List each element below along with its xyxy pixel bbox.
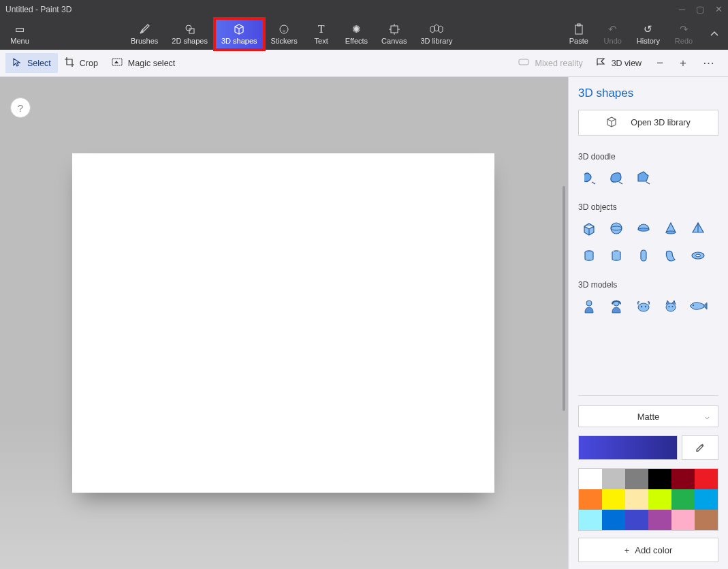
window-controls: ─ ▢ ✕ <box>679 4 723 14</box>
menu-button[interactable]: ▭ Menu <box>3 18 37 50</box>
cube-icon <box>234 23 244 35</box>
help-icon: ? <box>18 102 23 114</box>
undo-icon: ↶ <box>608 23 617 35</box>
title-bar: Untitled - Paint 3D ─ ▢ ✕ <box>0 0 728 18</box>
sticker-icon <box>279 23 289 35</box>
section-3d-doodle: 3D doodle <box>578 152 718 162</box>
palette-color[interactable] <box>648 469 671 489</box>
tab-text[interactable]: T Text <box>304 18 338 50</box>
canvas-viewport[interactable]: ? <box>0 77 568 569</box>
palette-color[interactable] <box>648 489 671 510</box>
doodle-shapes-row <box>578 167 718 189</box>
add-color-button[interactable]: + Add color <box>578 538 718 562</box>
window-title: Untitled - Paint 3D <box>5 5 72 14</box>
maximize-button[interactable]: ▢ <box>696 4 704 14</box>
mixed-reality-button[interactable]: Mixed reality <box>511 54 589 72</box>
palette-color[interactable] <box>671 489 695 510</box>
palette-color[interactable] <box>695 510 718 530</box>
shape-donut[interactable] <box>687 245 709 266</box>
shape-cat[interactable] <box>660 295 682 317</box>
collapse-ribbon-button[interactable] <box>701 18 728 50</box>
svg-rect-4 <box>575 25 582 34</box>
svg-point-22 <box>645 306 646 307</box>
shape-woman[interactable] <box>605 295 627 317</box>
shape-cube[interactable] <box>578 217 600 239</box>
shape-sphere[interactable] <box>605 217 627 239</box>
shape-cone[interactable] <box>660 217 682 239</box>
shape-hemisphere[interactable] <box>633 217 654 239</box>
shape-fish[interactable] <box>687 295 709 317</box>
shape-tube[interactable] <box>605 245 627 266</box>
library-icon <box>606 117 617 129</box>
magic-select-tool[interactable]: Magic select <box>105 54 182 72</box>
palette-color[interactable] <box>671 510 695 530</box>
crop-tool[interactable]: Crop <box>58 53 105 73</box>
minimize-button[interactable]: ─ <box>679 4 685 14</box>
shape-sharp-doodle[interactable] <box>633 167 654 189</box>
paste-icon <box>574 23 584 35</box>
palette-color[interactable] <box>602 510 625 530</box>
shape-dog[interactable] <box>633 295 654 317</box>
eyedropper-button[interactable] <box>682 435 718 460</box>
shape-soft-doodle[interactable] <box>605 167 627 189</box>
crop-icon <box>65 57 74 69</box>
palette-color[interactable] <box>579 489 602 510</box>
3d-view-button[interactable]: 3D view <box>590 54 648 72</box>
library-icon <box>430 23 443 35</box>
tab-canvas[interactable]: Canvas <box>375 18 413 50</box>
paste-button[interactable]: Paste <box>562 18 596 50</box>
palette-color[interactable] <box>695 469 718 489</box>
tab-2d-shapes[interactable]: 2D shapes <box>165 18 215 50</box>
palette-color[interactable] <box>602 469 625 489</box>
palette-color[interactable] <box>625 510 648 530</box>
palette-color[interactable] <box>579 469 602 489</box>
more-options-button[interactable]: ⋯ <box>695 52 723 74</box>
chevron-down-icon: ⌵ <box>705 412 710 421</box>
palette-color[interactable] <box>625 469 648 489</box>
mixed-reality-icon <box>518 58 529 68</box>
color-palette <box>578 468 718 531</box>
workspace: ? 3D shapes Open 3D library 3D doodle 3D… <box>0 77 728 569</box>
palette-color[interactable] <box>695 489 718 510</box>
palette-color[interactable] <box>625 489 648 510</box>
tab-brushes[interactable]: Brushes <box>124 18 165 50</box>
scrollbar-vertical[interactable] <box>563 186 565 411</box>
zoom-in-button[interactable]: + <box>671 52 695 74</box>
tab-effects[interactable]: ✺ Effects <box>338 18 375 50</box>
canvas[interactable] <box>72 153 494 493</box>
history-button[interactable]: ↺ History <box>630 18 667 50</box>
palette-color[interactable] <box>671 469 695 489</box>
close-button[interactable]: ✕ <box>715 4 723 14</box>
section-3d-models: 3D models <box>578 280 718 290</box>
current-color-row <box>578 435 718 460</box>
shape-man[interactable] <box>578 295 600 317</box>
palette-color[interactable] <box>602 489 625 510</box>
material-select[interactable]: Matte ⌵ <box>578 405 718 427</box>
tab-3d-library[interactable]: 3D library <box>413 18 459 50</box>
redo-button[interactable]: ↷ Redo <box>667 18 701 50</box>
tab-3d-shapes[interactable]: 3D shapes <box>215 18 264 50</box>
select-tool[interactable]: Select <box>5 53 58 73</box>
svg-point-18 <box>586 301 592 306</box>
svg-rect-3 <box>391 26 398 33</box>
eyedropper-icon <box>695 442 706 453</box>
palette-color[interactable] <box>579 510 602 530</box>
tab-stickers[interactable]: Stickers <box>264 18 304 50</box>
help-button[interactable]: ? <box>10 97 31 118</box>
shape-pyramid[interactable] <box>687 217 709 239</box>
palette-color[interactable] <box>648 510 671 530</box>
text-icon: T <box>318 23 325 35</box>
brush-icon <box>139 23 150 35</box>
flag-icon <box>597 58 606 68</box>
zoom-out-button[interactable]: − <box>648 52 671 74</box>
open-3d-library-button[interactable]: Open 3D library <box>578 110 718 136</box>
svg-point-21 <box>641 306 642 307</box>
shape-cylinder[interactable] <box>578 245 600 266</box>
current-color-swatch[interactable] <box>578 435 678 460</box>
shape-tube-doodle[interactable] <box>578 167 600 189</box>
svg-point-26 <box>693 305 694 306</box>
shape-curved-cylinder[interactable] <box>660 245 682 266</box>
svg-point-8 <box>611 223 622 234</box>
shape-capsule[interactable] <box>633 245 654 266</box>
undo-button[interactable]: ↶ Undo <box>596 18 630 50</box>
